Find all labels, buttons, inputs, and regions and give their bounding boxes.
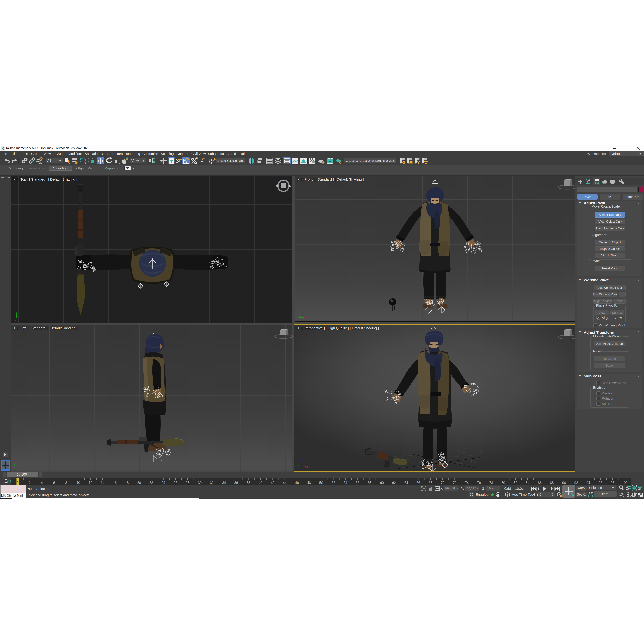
svg-text:96: 96 — [599, 481, 602, 485]
svg-text:MAX: MAX — [2, 150, 4, 151]
svg-text:z: z — [15, 318, 16, 321]
svg-text:30: 30 — [198, 481, 202, 485]
svg-text:88: 88 — [550, 481, 554, 485]
svg-text:54: 54 — [344, 481, 347, 485]
svg-text:x: x — [307, 317, 309, 320]
svg-text:10: 10 — [76, 481, 80, 485]
svg-text:86: 86 — [538, 481, 542, 485]
svg-text:70: 70 — [441, 481, 444, 485]
svg-text:94: 94 — [586, 481, 590, 485]
svg-text:50: 50 — [319, 481, 323, 485]
svg-text:84: 84 — [526, 481, 529, 485]
svg-text:N: N — [282, 179, 284, 182]
svg-text:x: x — [306, 465, 308, 468]
svg-text:12: 12 — [89, 481, 92, 485]
svg-text:S: S — [283, 191, 284, 193]
svg-text:100: 100 — [622, 481, 627, 485]
svg-text:44: 44 — [283, 481, 287, 485]
svg-text:E: E — [289, 184, 291, 187]
svg-text:28: 28 — [186, 481, 189, 485]
svg-text:48: 48 — [307, 481, 311, 485]
svg-text:66: 66 — [416, 481, 420, 485]
svg-text:y: y — [16, 311, 17, 313]
svg-text:36: 36 — [234, 481, 238, 485]
svg-text:8: 8 — [65, 481, 67, 485]
svg-text:14: 14 — [101, 481, 104, 485]
svg-text:78: 78 — [489, 481, 493, 485]
svg-text:80: 80 — [501, 481, 505, 485]
svg-text:20: 20 — [137, 481, 141, 485]
svg-text:52: 52 — [331, 481, 335, 485]
svg-text:76: 76 — [477, 481, 481, 485]
svg-text:2: 2 — [29, 481, 31, 485]
svg-text:72: 72 — [453, 481, 457, 485]
svg-text:z: z — [302, 459, 303, 462]
svg-text:40: 40 — [259, 481, 262, 485]
svg-text:4: 4 — [41, 481, 43, 485]
svg-text:24: 24 — [162, 481, 165, 485]
svg-text:34: 34 — [222, 481, 226, 485]
svg-text:y: y — [299, 315, 300, 317]
svg-text:38: 38 — [246, 481, 250, 485]
svg-text:74: 74 — [465, 481, 469, 485]
svg-text:68: 68 — [428, 481, 432, 485]
svg-text:60: 60 — [380, 481, 384, 485]
svg-text:64: 64 — [404, 481, 408, 485]
svg-text:26: 26 — [174, 481, 177, 485]
svg-text:32: 32 — [210, 481, 214, 485]
svg-text:58: 58 — [368, 481, 371, 485]
svg-text:z: z — [18, 459, 20, 462]
svg-text:22: 22 — [149, 481, 153, 485]
svg-text:{}: {} — [209, 158, 213, 164]
svg-text:56: 56 — [356, 481, 359, 485]
svg-text:18: 18 — [125, 481, 129, 485]
svg-text:y: y — [14, 463, 15, 466]
svg-text:W: W — [276, 184, 278, 187]
svg-text:16: 16 — [113, 481, 117, 485]
svg-text:42: 42 — [271, 481, 274, 485]
svg-text:3: 3 — [176, 157, 179, 164]
svg-text:x: x — [22, 317, 23, 319]
svg-text:92: 92 — [574, 481, 578, 485]
svg-text:x: x — [23, 465, 24, 468]
svg-text:y: y — [298, 463, 299, 466]
svg-text:98: 98 — [611, 481, 614, 485]
svg-text:46: 46 — [295, 481, 299, 485]
svg-text:z: z — [303, 311, 304, 313]
svg-text:6: 6 — [53, 481, 55, 485]
svg-text:82: 82 — [514, 481, 517, 485]
svg-text:90: 90 — [562, 481, 566, 485]
svg-text:62: 62 — [392, 481, 396, 485]
svg-text:0: 0 — [17, 481, 18, 485]
